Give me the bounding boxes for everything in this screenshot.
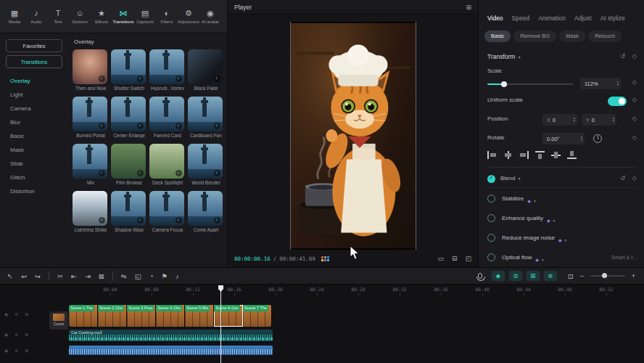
player-expand-icon[interactable]: ⊞	[466, 4, 471, 11]
transition-item-come-apart[interactable]: Come Apart	[188, 191, 224, 232]
rotate-dial-icon[interactable]	[593, 134, 602, 143]
stepper-arrows-icon[interactable]	[610, 117, 614, 123]
scale-slider-knob[interactable]	[501, 81, 507, 87]
stepper-arrows-icon[interactable]	[614, 81, 619, 86]
rotate-field[interactable]: 0.00°	[542, 133, 585, 144]
marker-icon[interactable]: ⚑	[161, 272, 168, 280]
toolbar-item-stickers[interactable]: ☺Stickers	[69, 9, 91, 33]
align-left-icon[interactable]	[487, 151, 497, 159]
category-overlay[interactable]: Overlay	[0, 74, 68, 88]
track-view-icon[interactable]: ⊡	[568, 272, 574, 280]
feature-row-enhance-quality[interactable]: Enhance quality	[479, 208, 644, 228]
subtab-retouch[interactable]: Retouch	[588, 30, 622, 42]
speed-icon[interactable]: ◔	[149, 272, 154, 280]
align-right-icon[interactable]	[519, 151, 529, 159]
blend-checkbox[interactable]	[487, 175, 495, 183]
mini-player-icon[interactable]: ⊟	[452, 255, 458, 262]
toolbar-item-filters[interactable]: ◐Filters	[156, 9, 178, 33]
transition-item-camera-focus[interactable]: Camera Focus	[149, 191, 186, 232]
timeline[interactable]: 00:0400:0800:1200:1600:2000:2400:2800:32…	[0, 285, 644, 363]
timeline-ruler[interactable]: 00:0400:0800:1200:1600:2000:2400:2800:32…	[0, 287, 644, 295]
transition-item-deck-spotlight[interactable]: Deck Spotlight	[149, 144, 186, 185]
transition-item-burned-portal[interactable]: Burned Portal	[73, 97, 109, 138]
position-y-field[interactable]: Y 0	[582, 114, 616, 126]
blend-section[interactable]: Blend	[479, 173, 644, 186]
track-control-icon[interactable]: ⊘	[15, 311, 18, 317]
track-control-icon[interactable]: ⊠	[25, 348, 28, 353]
subtab-remove-bg[interactable]: Remove BG	[513, 30, 556, 42]
scale-keyframe-icon[interactable]	[632, 79, 637, 86]
audio-track-controls[interactable]: ◉⊘⊠	[4, 332, 28, 337]
timeline-clip-scene-7-the[interactable]: Scene 7 The	[243, 305, 272, 327]
category-mask[interactable]: Mask	[0, 143, 68, 157]
category-basic[interactable]: Basic	[0, 129, 68, 143]
video-preview[interactable]	[290, 22, 416, 250]
transition-item-hypnoti-vortex[interactable]: Hypnoti...Vortex	[149, 49, 186, 91]
feature-value[interactable]: Smart & f...	[611, 255, 637, 260]
timeline-clip-scene-3-prep[interactable]: Scene 3 Prep	[127, 305, 156, 327]
transition-item-cardboard-fan[interactable]: Cardboard Fan	[188, 97, 224, 138]
undo-icon[interactable]: ↩	[21, 272, 27, 280]
split-icon[interactable]: ✂	[57, 272, 63, 280]
music-clip[interactable]	[69, 346, 273, 355]
link-clips-icon[interactable]: ⊞	[527, 271, 540, 281]
tab-adjust[interactable]: Adjust	[574, 15, 592, 22]
auto-ripple-icon[interactable]: ≋	[544, 271, 557, 281]
feature-row-optical-flow[interactable]: Optical flowSmart & f...	[479, 248, 644, 267]
timeline-clip-scene-1-the[interactable]: Scene 1 The	[69, 305, 98, 327]
category-distortion[interactable]: Distortion	[0, 184, 68, 198]
keyframe-icon[interactable]	[632, 53, 637, 60]
microphone-icon[interactable]	[478, 273, 482, 279]
transition-item-world-bender[interactable]: World Bender	[188, 144, 224, 185]
toolbar-item-transitions[interactable]: ⋈Transitions	[112, 9, 134, 33]
align-center-vertical-icon[interactable]	[551, 151, 561, 159]
position-keyframe-icon[interactable]	[632, 115, 637, 122]
align-bottom-icon[interactable]	[567, 151, 577, 159]
redo-icon[interactable]: ↪	[35, 272, 41, 280]
crop-icon[interactable]: ◱	[135, 272, 141, 280]
transition-item-shadow-wipe[interactable]: Shadow Wipe	[111, 191, 147, 232]
category-light[interactable]: Light	[0, 88, 68, 102]
uniform-keyframe-icon[interactable]	[632, 97, 637, 103]
rotate-keyframe-icon[interactable]	[632, 134, 637, 141]
video-track-controls[interactable]: ◉⊘⊠	[4, 311, 28, 317]
tab-animation[interactable]: Animation	[538, 15, 566, 22]
transition-item-center-enlarge[interactable]: Center Enlarge	[111, 97, 147, 138]
timeline-clip-scene-5-mix[interactable]: Scene 5 Mix	[185, 305, 214, 327]
tab-speed[interactable]: Speed	[512, 15, 530, 22]
stepper-arrows-icon[interactable]	[571, 117, 575, 123]
reset-transform-icon[interactable]	[620, 53, 625, 60]
toolbar-item-ai-avatar[interactable]: ◉AI avatar	[199, 9, 221, 33]
select-tool-icon[interactable]: ↖	[7, 272, 13, 280]
trim-left-icon[interactable]: ⇤	[71, 272, 77, 280]
tab-ai-stylize[interactable]: AI stylize	[600, 15, 625, 22]
track-control-icon[interactable]: ⊠	[25, 311, 28, 317]
uniform-scale-toggle[interactable]	[608, 97, 627, 106]
track-control-icon[interactable]: ◉	[4, 332, 8, 337]
keyframe-icon[interactable]: ◈	[492, 271, 505, 281]
transition-item-mix[interactable]: Mix	[73, 144, 109, 185]
stepper-arrows-icon[interactable]	[578, 136, 582, 142]
category-slide[interactable]: Slide	[0, 157, 68, 171]
transition-item-then-and-now[interactable]: Then and Now	[73, 49, 109, 91]
toolbar-item-media[interactable]: ▦Media	[4, 9, 25, 33]
toolbar-item-adjustment[interactable]: ⚙Adjustment	[178, 9, 199, 33]
color-grid-icon[interactable]	[321, 256, 329, 261]
category-camera[interactable]: Camera	[0, 102, 68, 115]
transform-section[interactable]: Transform	[479, 51, 644, 64]
transition-item-fanned-card[interactable]: Fanned Card	[149, 97, 186, 138]
extract-audio-icon[interactable]: ♪	[176, 272, 179, 280]
track-control-icon[interactable]: ◉	[4, 348, 8, 353]
scale-value-box[interactable]: 112%	[580, 78, 621, 89]
toolbar-item-audio[interactable]: ♪Audio	[25, 9, 47, 33]
transition-item-shutter-switch[interactable]: Shutter Switch	[111, 49, 147, 91]
category-glitch[interactable]: Glitch	[0, 171, 68, 184]
track-control-icon[interactable]: ◉	[4, 311, 8, 317]
timeline-clip-scene-6-cou[interactable]: Scene 6 Cou	[214, 305, 243, 327]
transition-item-film-browse[interactable]: Film Browse	[111, 144, 147, 185]
align-top-icon[interactable]	[535, 151, 545, 159]
transition-item-black-fade[interactable]: Black Fade	[188, 49, 224, 91]
zoom-in-icon[interactable]: +	[632, 272, 635, 280]
scale-slider[interactable]	[487, 83, 573, 85]
fullscreen-icon[interactable]: ◰	[465, 255, 471, 262]
